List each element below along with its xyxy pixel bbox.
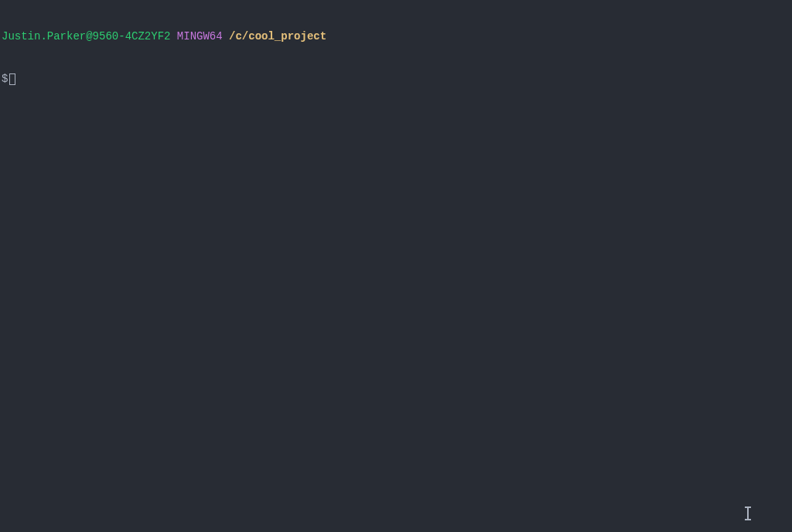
terminal-window[interactable]: Justin.Parker@9560-4CZ2YF2 MINGW64 /c/co… (0, 0, 792, 101)
input-line[interactable]: $ (2, 72, 790, 86)
user-host: Justin.Parker@9560-4CZ2YF2 (2, 30, 170, 43)
text-cursor-icon (747, 507, 749, 520)
shell-name: MINGW64 (177, 30, 223, 43)
prompt-symbol: $ (2, 73, 8, 85)
cursor-icon (9, 73, 15, 85)
current-path: /c/cool_project (229, 30, 326, 43)
prompt-line: Justin.Parker@9560-4CZ2YF2 MINGW64 /c/co… (2, 29, 790, 43)
